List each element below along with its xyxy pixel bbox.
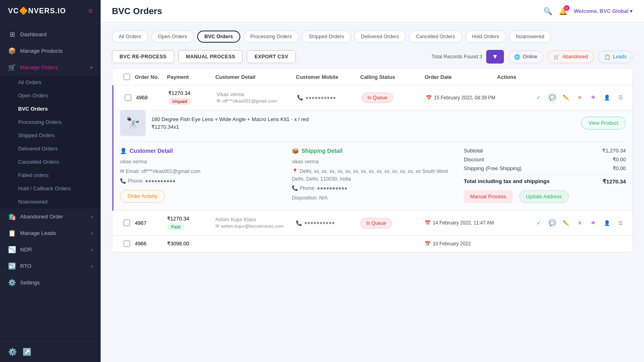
welcome-label: Welcome, <box>574 8 598 14</box>
email-icon: ✉ <box>217 98 221 104</box>
location-icon: 📍 <box>292 169 298 174</box>
sidebar-item-bvc-orders[interactable]: BVC Orders <box>0 102 101 115</box>
footer-logout-icon[interactable]: ↗️ <box>23 348 31 356</box>
payment-cell: ₹1270.34 Paid <box>167 216 215 230</box>
shipping-phone-icon: 📞 <box>292 185 298 191</box>
tab-all-orders[interactable]: All Orders <box>112 31 148 43</box>
search-icon[interactable]: 🔍 <box>543 7 552 16</box>
sidebar-item-rto[interactable]: ↩️ RTO › <box>0 258 101 274</box>
sidebar-item-delivered-orders[interactable]: Delivered Orders <box>0 142 101 155</box>
customer-detail-section: 👤 Customer Detail vikas verma ✉ Email: o… <box>120 148 282 204</box>
manual-process-btn[interactable]: Manual Process <box>464 190 513 203</box>
sidebar-item-open-orders[interactable]: Open Orders <box>0 89 101 102</box>
sidebar-item-shipped-orders[interactable]: Shipped Orders <box>0 129 101 142</box>
pricing-actions: Manual Process Update Address <box>464 190 626 203</box>
tab-hold-orders[interactable]: Hold Orders <box>465 31 506 43</box>
bvc-reprocess-button[interactable]: BVC RE-PROCESS <box>112 50 174 63</box>
toolbar-left: BVC RE-PROCESS MANUAL PROCESS EXPORT CSV <box>112 50 296 63</box>
sidebar-item-manage-products[interactable]: 📦 Manage Products <box>0 43 101 59</box>
shipping-section-icon: 📦 <box>292 148 299 154</box>
app-logo: VC🔶NVERS.IO <box>8 6 66 15</box>
sidebar-item-abandoned-order[interactable]: 🛍️ Abandoned Order › <box>0 208 101 225</box>
footer-settings-icon[interactable]: ⚙️ <box>8 348 17 356</box>
action-icons: ✓ 💬 ✏️ ✕ 👁 👤 ☰ <box>498 93 626 103</box>
close-icon[interactable]: ✕ <box>574 218 585 228</box>
user-icon[interactable]: 👤 <box>602 93 612 103</box>
sidebar-item-label: Manage Products <box>20 48 63 54</box>
sidebar-item-failed-orders[interactable]: Failed orders <box>0 169 101 182</box>
sidebar-nav: ⊞ Dashboard 📦 Manage Products 🛒 Manage O… <box>0 22 101 341</box>
payment-amount: ₹1270.34 <box>168 90 217 96</box>
hamburger-icon[interactable]: ≡ <box>88 7 93 15</box>
payment-status-badge: Unpaid <box>168 98 191 105</box>
approve-icon[interactable]: ✓ <box>533 93 544 103</box>
sidebar-item-noanswered[interactable]: Noanswered <box>0 195 101 208</box>
leads-label: Leads <box>613 54 627 60</box>
sidebar-item-manage-orders[interactable]: 🛒 Manage Orders ▾ <box>0 59 101 76</box>
phone-icon: 📞 <box>296 220 302 226</box>
sidebar-item-settings[interactable]: ⚙️ Settings <box>0 274 101 291</box>
product-info: 180 Degree Fish Eye Lens + Wide Angle + … <box>151 116 309 130</box>
manual-process-button[interactable]: MANUAL PROCESS <box>178 50 243 63</box>
sidebar-item-all-orders[interactable]: All Orders <box>0 76 101 89</box>
table-header: Order No. Payment Customer Detail Custom… <box>112 69 632 85</box>
edit-icon[interactable]: ✏️ <box>561 93 571 103</box>
records-count: Total Records Found 3 <box>431 54 482 60</box>
sidebar-item-cancelled-orders[interactable]: Cancelled Orders <box>0 155 101 169</box>
table-row: 4967 ₹1270.34 Paid Ashim Kujur Klass ✉ a… <box>112 211 632 236</box>
update-address-btn[interactable]: Update Address <box>519 190 569 203</box>
order-number: 4966 <box>135 241 167 247</box>
row-checkbox[interactable] <box>125 95 131 101</box>
sidebar-item-dashboard[interactable]: ⊞ Dashboard <box>0 26 101 43</box>
order-activity-button[interactable]: Order Activity <box>120 190 165 203</box>
edit-icon[interactable]: ✏️ <box>561 218 571 228</box>
customer-mobile-cell: 📞 ●●●●●●●●●● <box>297 95 361 101</box>
abandoned-icon: 🛍️ <box>8 213 16 220</box>
tab-delivered-orders[interactable]: Delivered Orders <box>354 31 406 43</box>
sidebar-item-hold-orders[interactable]: Hold / Callback Orders <box>0 182 101 195</box>
chevron-right-icon: › <box>91 214 93 220</box>
tab-bvc-orders[interactable]: BVC Orders <box>197 31 240 43</box>
orders-submenu: All Orders Open Orders BVC Orders Proces… <box>0 76 101 208</box>
list-icon[interactable]: ☰ <box>615 93 626 103</box>
leads-icon: 📋 <box>8 229 16 237</box>
ndr-icon: 📉 <box>8 246 16 253</box>
eye-icon[interactable]: 👁 <box>588 93 599 103</box>
sidebar: VC🔶NVERS.IO ≡ ⊞ Dashboard 📦 Manage Produ… <box>0 0 101 362</box>
filter-tabs: All Orders Open Orders BVC Orders Proces… <box>112 31 633 43</box>
select-all-checkbox[interactable] <box>124 74 130 80</box>
page-title: BVC Orders <box>112 6 543 16</box>
filter-button[interactable]: ▼ <box>486 50 504 64</box>
order-date-cell: 📅 10 February 2022 <box>425 241 497 247</box>
eye-icon[interactable]: 👁 <box>588 218 599 228</box>
close-icon[interactable]: ✕ <box>574 93 585 103</box>
export-csv-button[interactable]: EXPORT CSV <box>247 50 296 63</box>
tab-noanswered[interactable]: Noanswered <box>509 31 551 43</box>
customer-detail-cell: Ashim Kujur Klass ✉ ashim.kujur@bvcservi… <box>215 217 296 229</box>
row-checkbox[interactable] <box>124 241 130 247</box>
approve-icon[interactable]: ✓ <box>533 218 544 228</box>
user-section-icon: 👤 <box>120 148 127 154</box>
tab-processing-orders[interactable]: Processing Orders <box>244 31 299 43</box>
chat-icon[interactable]: 💬 <box>547 93 557 103</box>
sidebar-item-manage-leads[interactable]: 📋 Manage Leads › <box>0 225 101 241</box>
sidebar-item-ndr[interactable]: 📉 NDR › <box>0 241 101 258</box>
list-icon[interactable]: ☰ <box>615 218 626 228</box>
toolbar-row: BVC RE-PROCESS MANUAL PROCESS EXPORT CSV… <box>112 50 633 64</box>
email-icon: ✉ <box>215 223 219 229</box>
notification-bell[interactable]: 🔔 0 <box>559 7 568 16</box>
tab-cancelled-orders[interactable]: Cancelled Orders <box>409 31 462 43</box>
chevron-down-icon: ▾ <box>90 65 93 70</box>
main-area: BVC Orders 🔍 🔔 0 Welcome, BVC Global ▾ A… <box>101 0 644 362</box>
sidebar-item-processing-orders[interactable]: Processing Orders <box>0 115 101 129</box>
abandoned-channel-button[interactable]: 🛒 Abandoned <box>547 51 594 63</box>
user-icon[interactable]: 👤 <box>602 218 612 228</box>
leads-channel-button[interactable]: 📋 Leads <box>598 51 633 63</box>
online-channel-button[interactable]: 🌐 Online <box>508 51 543 63</box>
view-product-button[interactable]: View Product <box>581 117 626 130</box>
tab-open-orders[interactable]: Open Orders <box>151 31 194 43</box>
tab-shipped-orders[interactable]: Shipped Orders <box>302 31 351 43</box>
chat-icon[interactable]: 💬 <box>547 218 557 228</box>
welcome-text[interactable]: Welcome, BVC Global ▾ <box>574 8 633 14</box>
row-checkbox[interactable] <box>124 220 130 226</box>
